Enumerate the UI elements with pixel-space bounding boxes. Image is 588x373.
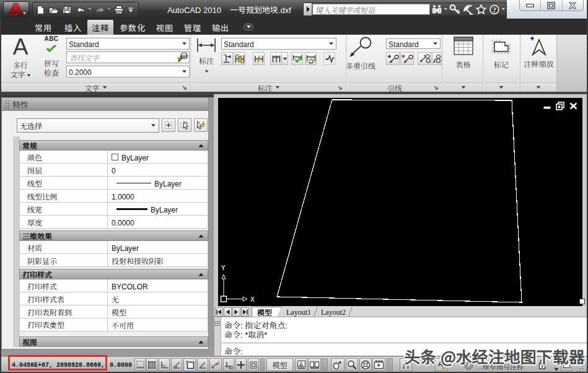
leader-remove-button[interactable] <box>400 52 414 65</box>
communication-center-icon[interactable] <box>462 3 475 15</box>
leader-panel-launcher-icon[interactable] <box>434 86 439 90</box>
leader-align-button[interactable] <box>418 52 431 65</box>
prev-tab-button[interactable] <box>224 307 232 317</box>
property-row-plot-table-attached[interactable]: 打印表附着到 模型 <box>19 305 208 318</box>
layout-tab-layout1[interactable]: Layout1 <box>281 307 316 317</box>
print-button[interactable] <box>112 3 126 17</box>
application-menu-button[interactable] <box>3 1 29 17</box>
pan-button[interactable] <box>331 358 344 371</box>
search-input[interactable] <box>312 4 430 15</box>
ribbon-tab-annotate[interactable]: 注释 <box>87 20 113 35</box>
dimension-button[interactable]: 标注 <box>193 36 219 81</box>
markup-panel-footer[interactable] <box>484 82 519 92</box>
ortho-toggle-button[interactable] <box>159 358 170 371</box>
property-row-lineweight[interactable]: 线宽 ByLayer <box>19 203 208 216</box>
quick-view-layouts-button[interactable] <box>295 358 307 371</box>
find-text-search-icon[interactable]: ABC <box>177 52 189 63</box>
dyn-toggle-button[interactable] <box>235 358 247 371</box>
polar-toggle-button[interactable] <box>171 358 182 371</box>
command-window-grip[interactable] <box>214 317 221 356</box>
dim-quick-button[interactable] <box>253 52 265 65</box>
dim-jogged-button[interactable] <box>323 52 335 65</box>
selection-filter-combo[interactable]: 无选择 <box>17 118 159 133</box>
undo-dropdown[interactable] <box>87 2 92 17</box>
drawing-close-icon[interactable] <box>569 102 577 110</box>
text-height-combo[interactable]: 0.2000 <box>66 66 190 77</box>
minimize-button[interactable] <box>520 0 541 11</box>
section-plot-style[interactable]: 打印样式 <box>19 269 208 279</box>
lwt-toggle-button[interactable] <box>248 358 259 371</box>
osnap-toggle-button[interactable] <box>183 358 196 371</box>
palette-grip-icon[interactable] <box>5 100 10 110</box>
last-tab-button[interactable] <box>241 307 249 317</box>
property-row-plot-style-table[interactable]: 打印样式表 无 <box>19 292 208 305</box>
ribbon-tab-insert[interactable]: 插入 <box>60 20 86 35</box>
palette-title-bar[interactable]: 特性 <box>2 98 208 111</box>
find-text-field[interactable]: 查找文字 ABC <box>66 51 190 63</box>
steering-wheel-button[interactable] <box>359 358 372 371</box>
property-row-color[interactable]: 颜色 ByLayer <box>19 151 208 164</box>
dim-update-button[interactable] <box>305 52 317 65</box>
dim-inspect-button[interactable] <box>291 52 303 65</box>
osnap-3d-toggle-button[interactable] <box>197 358 208 371</box>
drawing-resize-grip[interactable] <box>579 299 585 304</box>
ribbon-tab-home[interactable]: 常用 <box>30 20 56 35</box>
toggle-pickadd-button[interactable] <box>194 118 208 132</box>
otrack-toggle-button[interactable] <box>209 358 222 371</box>
ducs-toggle-button[interactable] <box>223 358 234 371</box>
command-prompt[interactable]: 命令: <box>224 345 243 357</box>
next-tab-button[interactable] <box>232 307 240 317</box>
infocenter-expand-button[interactable] <box>304 3 312 15</box>
property-row-thickness[interactable]: 厚度 0.0000 <box>19 216 208 229</box>
text-panel-launcher-icon[interactable] <box>182 86 187 90</box>
new-file-button[interactable] <box>35 3 46 17</box>
dim-spacing-button[interactable] <box>270 52 282 65</box>
drawing-canvas[interactable]: Y X <box>218 98 582 306</box>
layout-tab-model[interactable]: 模型 <box>252 307 281 317</box>
property-row-layer[interactable]: 图层 0 <box>19 164 208 177</box>
dim-spacing-dropdown[interactable] <box>282 52 288 65</box>
annotation-scale-button[interactable]: 注释缩放 <box>521 35 556 81</box>
spell-check-button[interactable]: ABC 拼写 检查 <box>38 36 64 81</box>
property-row-plot-table-type[interactable]: 打印表类型 不可用 <box>19 318 208 331</box>
section-view[interactable]: 视图 <box>19 336 208 347</box>
leader-add-button[interactable] <box>386 52 400 65</box>
ribbon-minimize-button[interactable] <box>244 24 253 30</box>
property-row-linetype[interactable]: 线型 ByLayer <box>19 177 208 190</box>
redo-dropdown[interactable] <box>107 2 112 17</box>
dim-break-button[interactable] <box>221 52 233 65</box>
table-panel-footer[interactable] <box>444 82 483 92</box>
subscription-key-icon[interactable] <box>449 3 462 15</box>
open-file-button[interactable] <box>47 3 61 17</box>
text-style-combo[interactable]: Standard <box>66 38 190 50</box>
model-space-button[interactable]: 模型 <box>266 358 293 371</box>
drawing-restore-icon[interactable] <box>556 102 564 110</box>
mleader-style-combo[interactable]: Standard <box>386 38 441 49</box>
grid-toggle-button[interactable] <box>146 358 157 371</box>
ribbon-tab-parametric[interactable]: 参数化 <box>116 20 149 35</box>
snap-toggle-button[interactable] <box>134 358 146 371</box>
save-button[interactable] <box>61 3 73 17</box>
multileader-button[interactable]: 多重引线 <box>343 36 378 81</box>
dim-style-combo[interactable]: Standard <box>221 38 336 50</box>
favorites-star-icon[interactable] <box>475 3 488 15</box>
text-panel-footer[interactable]: 文字 <box>1 82 190 92</box>
undo-button[interactable] <box>74 3 88 17</box>
ribbon-tab-view[interactable]: 视图 <box>152 20 178 35</box>
section-3d-effects[interactable]: 三维效果 <box>19 230 208 241</box>
ribbon-tab-output[interactable]: 输出 <box>208 20 234 35</box>
close-button[interactable] <box>563 0 583 11</box>
markup-button[interactable]: 标记 <box>484 36 519 81</box>
annoscale-panel-footer[interactable] <box>520 82 556 92</box>
dim-panel-launcher-icon[interactable] <box>338 86 343 90</box>
first-tab-button[interactable] <box>215 307 223 317</box>
property-row-linetype-scale[interactable]: 线型比例 1.0000 <box>19 190 208 203</box>
dim-text-edit-button[interactable] <box>234 52 245 65</box>
property-row-plot-style[interactable]: 打印样式 BYCOLOR <box>19 279 208 292</box>
leader-collect-button[interactable] <box>432 52 442 65</box>
layout-tab-layout2[interactable]: Layout2 <box>316 307 351 317</box>
table-button[interactable]: 表格 <box>444 36 482 81</box>
quick-view-drawings-button[interactable] <box>308 358 321 371</box>
search-binoculars-icon[interactable] <box>430 3 443 15</box>
qat-customize-dropdown[interactable] <box>126 3 135 17</box>
